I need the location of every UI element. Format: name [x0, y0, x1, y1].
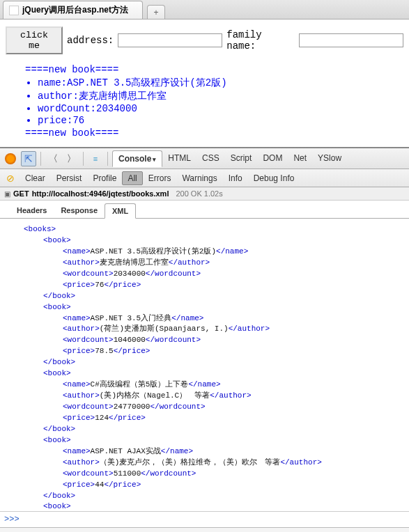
prompt-icon: >>> — [4, 515, 20, 524]
menu-button[interactable]: ≡ — [88, 151, 103, 166]
collapse-icon: ▣ — [4, 190, 10, 198]
panel-tab-console[interactable]: Console▾ — [112, 150, 162, 167]
page-icon — [9, 6, 19, 15]
request-tab-headers[interactable]: Headers — [10, 203, 54, 218]
page-body: click me address: family name: ====new b… — [0, 19, 409, 147]
firebug-sub-toolbar: ⊘ ClearPersistProfileAllErrorsWarningsIn… — [0, 169, 409, 187]
firebug-panel: ⇱ 〈 〉 ≡ Console▾HTMLCSSScriptDOMNetYSlow… — [0, 147, 409, 532]
tab-title: jQuery调用后台asp.net方法 — [22, 4, 128, 16]
new-tab-button[interactable]: + — [147, 5, 165, 19]
book-price-line: price:76 — [38, 115, 403, 126]
address-input[interactable] — [118, 33, 222, 47]
request-url: http://localhost:4946/jqtest/books.xml — [32, 189, 169, 198]
console-prompt[interactable]: >>> — [0, 511, 409, 527]
status-bar: Done — [0, 527, 409, 532]
panel-tab-yslow[interactable]: YSlow — [312, 150, 347, 167]
book-name-line: name:ASP.NET 3.5高级程序设计(第2版) — [38, 77, 403, 89]
sub-btn-all[interactable]: All — [122, 171, 142, 185]
family-name-input[interactable] — [299, 33, 403, 47]
plus-icon: + — [154, 8, 159, 17]
panel-tab-dom[interactable]: DOM — [257, 150, 288, 167]
sub-btn-warnings[interactable]: Warnings — [176, 171, 222, 185]
sub-btn-clear[interactable]: Clear — [20, 171, 51, 185]
request-row[interactable]: ▣ GET http://localhost:4946/jqtest/books… — [0, 187, 409, 201]
book-header: ====new book==== — [25, 64, 403, 75]
request-method: GET — [13, 189, 29, 198]
firebug-panel-tabs: Console▾HTMLCSSScriptDOMNetYSlow — [112, 150, 347, 167]
request-status: 200 OK 1.02s — [176, 189, 222, 198]
sub-btn-persist[interactable]: Persist — [51, 171, 88, 185]
firebug-icon[interactable] — [3, 151, 18, 166]
sub-btn-debug-info[interactable]: Debug Info — [248, 171, 300, 185]
panel-tab-net[interactable]: Net — [288, 150, 312, 167]
panel-tab-html[interactable]: HTML — [162, 150, 196, 167]
firebug-main-toolbar: ⇱ 〈 〉 ≡ Console▾HTMLCSSScriptDOMNetYSlow — [0, 148, 409, 169]
click-me-button[interactable]: click me — [6, 26, 63, 54]
browser-tab-bar: jQuery调用后台asp.net方法 + — [0, 0, 409, 19]
request-tab-response[interactable]: Response — [54, 203, 105, 218]
book-wordcount-line: wordCount:2034000 — [38, 103, 403, 114]
request-tabs: HeadersResponseXML — [0, 201, 409, 219]
book-output: ====new book==== name:ASP.NET 3.5高级程序设计(… — [6, 64, 403, 139]
family-name-label: family name: — [226, 29, 295, 52]
browser-tab[interactable]: jQuery调用后台asp.net方法 — [3, 1, 143, 19]
book-author-line: author:麦克唐纳博思工作室 — [38, 90, 403, 102]
book-header-2: ====new book==== — [25, 127, 403, 139]
panel-tab-css[interactable]: CSS — [196, 150, 225, 167]
panel-tab-script[interactable]: Script — [225, 150, 258, 167]
xml-response-body: <books><book><name>ASP.NET 3.5高级程序设计(第2版… — [0, 219, 409, 511]
inspect-button[interactable]: ⇱ — [21, 151, 36, 166]
request-tab-xml[interactable]: XML — [105, 203, 136, 219]
back-button[interactable]: 〈 — [45, 151, 61, 166]
address-label: address: — [67, 35, 114, 46]
sub-btn-profile[interactable]: Profile — [87, 171, 122, 185]
forward-button[interactable]: 〉 — [63, 151, 79, 166]
clear-icon-button[interactable]: ⊘ — [3, 171, 18, 186]
sub-btn-errors[interactable]: Errors — [143, 171, 177, 185]
sub-btn-info[interactable]: Info — [223, 171, 248, 185]
